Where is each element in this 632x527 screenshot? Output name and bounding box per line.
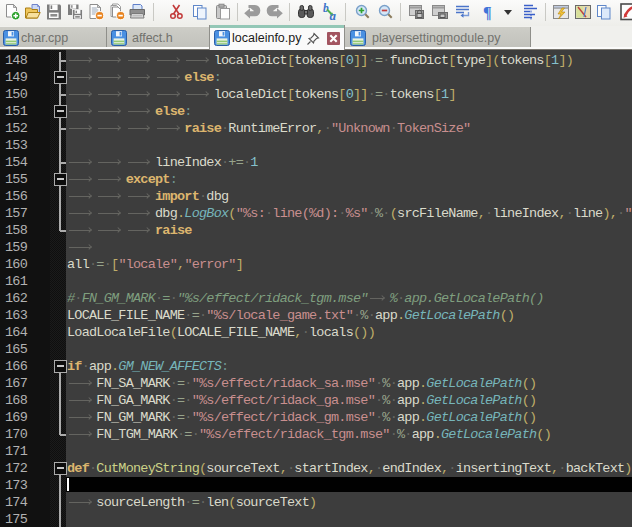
svg-text:b: b [323, 3, 329, 14]
svg-text:a: a [329, 8, 336, 22]
svg-text:¶: ¶ [483, 4, 492, 21]
